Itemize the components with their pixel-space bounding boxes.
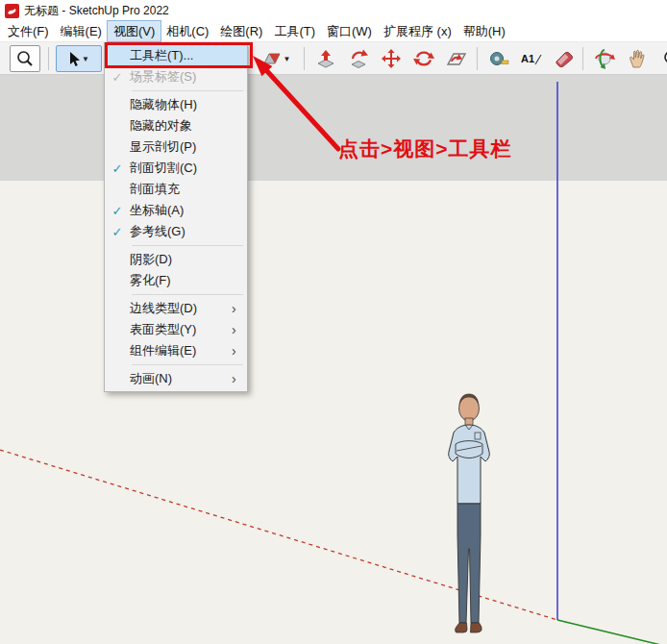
select-tool-button[interactable]: ▼	[56, 45, 102, 72]
pan-button[interactable]	[623, 45, 652, 72]
menubar-item-0[interactable]: 文件(F)	[2, 21, 55, 41]
menu-item-label: 阴影(D)	[130, 251, 232, 268]
window-title: 无标题 - SketchUp Pro 2022	[24, 3, 169, 19]
chevron-down-icon: ▼	[284, 55, 291, 63]
toolbar-separator	[48, 47, 49, 70]
menu-item-label: 表面类型(Y)	[130, 321, 232, 338]
menubar-item-7[interactable]: 扩展程序 (x)	[378, 21, 457, 41]
menu-item-label: 雾化(F)	[130, 272, 232, 289]
a1-text-icon: A1	[521, 53, 534, 64]
zoom-window-button[interactable]	[10, 45, 40, 72]
menu-item-label: 动画(N)	[130, 370, 232, 387]
shapes-icon	[261, 49, 283, 68]
menu-item-label: 参考线(G)	[130, 223, 232, 240]
checkmark-icon: ✓	[105, 225, 130, 239]
toolbar-separator	[582, 47, 583, 70]
view-menu-item[interactable]: 雾化(F)	[105, 270, 247, 291]
tape-measure-button[interactable]	[484, 45, 513, 72]
menu-item-label: 坐标轴(A)	[130, 202, 232, 219]
rotate-button[interactable]	[409, 45, 438, 72]
move-button[interactable]	[377, 45, 406, 72]
magnifier-icon	[15, 49, 35, 68]
view-menu-item[interactable]: 隐藏的对象	[105, 115, 247, 136]
view-menu-item[interactable]: 隐藏物体(H)	[105, 94, 247, 115]
menubar-item-8[interactable]: 帮助(H)	[457, 21, 511, 41]
tape-measure-icon	[488, 48, 509, 69]
menu-bar: 文件(F)编辑(E)视图(V)相机(C)绘图(R)工具(T)窗口(W)扩展程序 …	[0, 21, 667, 42]
follow-me-button[interactable]	[344, 45, 373, 72]
view-menu-item[interactable]: 工具栏(T)...	[105, 45, 247, 66]
menu-item-label: 剖面切割(C)	[130, 160, 232, 177]
sketchup-logo-icon	[5, 4, 19, 18]
view-menu-item[interactable]: 显示剖切(P)	[105, 136, 247, 158]
push-pull-button[interactable]	[311, 45, 340, 72]
menu-item-label: 边线类型(D)	[130, 300, 232, 317]
menu-separator	[132, 364, 243, 365]
menu-separator	[132, 245, 243, 246]
zoom-button-partial[interactable]	[657, 45, 667, 72]
magnifier-icon	[662, 49, 667, 68]
menubar-item-1[interactable]: 编辑(E)	[55, 21, 108, 41]
pan-hand-icon	[627, 48, 648, 69]
menubar-item-3[interactable]: 相机(C)	[161, 21, 214, 41]
view-menu-dropdown: 工具栏(T)...✓场景标签(S)隐藏物体(H)隐藏的对象显示剖切(P)✓剖面切…	[104, 42, 248, 392]
menu-item-label: 工具栏(T)...	[130, 47, 232, 64]
ground	[0, 181, 667, 644]
view-menu-item[interactable]: 组件编辑(E)›	[105, 340, 247, 361]
orbit-icon	[594, 48, 615, 69]
toolbar-separator	[304, 47, 305, 70]
eraser-button[interactable]	[550, 45, 579, 72]
submenu-arrow-icon: ›	[232, 372, 247, 385]
chevron-down-icon: ▼	[82, 55, 89, 63]
offset-button[interactable]	[442, 45, 471, 72]
view-menu-item[interactable]: ✓剖面切割(C)	[105, 158, 247, 179]
checkmark-icon: ✓	[105, 70, 130, 85]
select-arrow-icon	[68, 51, 81, 67]
leader-line-icon	[534, 52, 542, 65]
menu-item-label: 场景标签(S)	[130, 68, 232, 86]
dimension-text-button[interactable]: A1	[517, 45, 546, 72]
menubar-item-6[interactable]: 窗口(W)	[321, 21, 378, 41]
view-menu-item[interactable]: 表面类型(Y)›	[105, 319, 247, 340]
title-bar: 无标题 - SketchUp Pro 2022	[0, 0, 667, 21]
toolbar: ▼ ▼	[0, 42, 667, 75]
menu-separator	[132, 90, 243, 91]
menubar-item-2[interactable]: 视图(V)	[108, 21, 161, 41]
menubar-item-4[interactable]: 绘图(R)	[214, 21, 268, 41]
menu-item-label: 显示剖切(P)	[130, 138, 232, 156]
view-menu-item[interactable]: 阴影(D)	[105, 249, 247, 270]
shapes-tool-button[interactable]: ▼	[256, 45, 296, 72]
submenu-arrow-icon: ›	[232, 302, 247, 315]
eraser-icon	[554, 48, 575, 69]
sky-band	[0, 75, 667, 181]
view-menu-item[interactable]: 边线类型(D)›	[105, 298, 247, 319]
menubar-item-5[interactable]: 工具(T)	[268, 21, 321, 41]
menu-item-label: 隐藏物体(H)	[130, 96, 232, 113]
menu-separator	[132, 294, 243, 295]
orbit-button[interactable]	[590, 45, 619, 72]
push-pull-icon	[315, 48, 336, 69]
offset-icon	[446, 48, 467, 69]
view-menu-item[interactable]: ✓坐标轴(A)	[105, 200, 247, 221]
toolbar-separator	[477, 47, 478, 70]
checkmark-icon: ✓	[105, 204, 130, 218]
rotate-icon	[413, 48, 434, 69]
view-menu-item: ✓场景标签(S)	[105, 66, 247, 87]
menu-item-label: 组件编辑(E)	[130, 342, 232, 359]
checkmark-icon: ✓	[105, 161, 130, 176]
submenu-arrow-icon: ›	[232, 344, 247, 358]
view-menu-item[interactable]: ✓参考线(G)	[105, 221, 247, 242]
view-menu-item[interactable]: 剖面填充	[105, 179, 247, 200]
view-menu-item[interactable]: 动画(N)›	[105, 368, 247, 389]
submenu-arrow-icon: ›	[232, 323, 247, 336]
menu-item-label: 隐藏的对象	[130, 117, 232, 135]
menu-item-label: 剖面填充	[130, 181, 232, 198]
follow-me-icon	[348, 48, 369, 69]
drawing-canvas[interactable]	[0, 75, 667, 644]
move-icon	[381, 48, 402, 69]
